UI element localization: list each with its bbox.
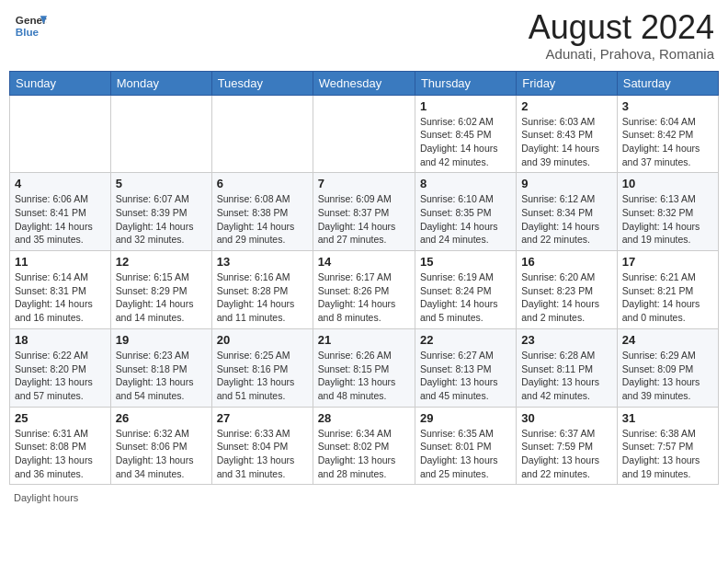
day-info: Sunrise: 6:22 AM Sunset: 8:20 PM Dayligh… — [15, 349, 106, 403]
day-info: Sunrise: 6:19 AM Sunset: 8:24 PM Dayligh… — [420, 270, 511, 325]
day-info: Sunrise: 6:31 AM Sunset: 8:08 PM Dayligh… — [15, 427, 106, 481]
calendar-week-row: 18Sunrise: 6:22 AM Sunset: 8:20 PM Dayli… — [10, 328, 719, 407]
calendar-cell: 8Sunrise: 6:10 AM Sunset: 8:35 PM Daylig… — [415, 173, 516, 251]
month-year-title: August 2024 — [529, 9, 714, 46]
day-number: 30 — [521, 411, 611, 425]
calendar-cell: 21Sunrise: 6:26 AM Sunset: 8:15 PM Dayli… — [313, 328, 415, 407]
calendar-cell: 28Sunrise: 6:34 AM Sunset: 8:02 PM Dayli… — [313, 407, 415, 485]
calendar-cell: 27Sunrise: 6:33 AM Sunset: 8:04 PM Dayli… — [211, 407, 313, 485]
logo: General Blue — [14, 9, 47, 42]
day-number: 14 — [318, 255, 410, 269]
calendar-cell: 14Sunrise: 6:17 AM Sunset: 8:26 PM Dayli… — [313, 251, 415, 329]
day-info: Sunrise: 6:37 AM Sunset: 7:59 PM Dayligh… — [521, 427, 611, 481]
day-number: 20 — [217, 333, 308, 347]
footer: Daylight hours — [9, 492, 719, 503]
day-number: 1 — [420, 99, 511, 113]
calendar-cell: 6Sunrise: 6:08 AM Sunset: 8:38 PM Daylig… — [211, 173, 313, 251]
day-info: Sunrise: 6:21 AM Sunset: 8:21 PM Dayligh… — [622, 270, 713, 325]
calendar-cell: 15Sunrise: 6:19 AM Sunset: 8:24 PM Dayli… — [415, 251, 516, 329]
day-number: 4 — [15, 177, 106, 190]
day-info: Sunrise: 6:08 AM Sunset: 8:38 PM Dayligh… — [217, 192, 308, 247]
day-number: 28 — [318, 411, 410, 425]
calendar-cell: 11Sunrise: 6:14 AM Sunset: 8:31 PM Dayli… — [10, 251, 111, 329]
day-number: 23 — [521, 333, 611, 347]
day-info: Sunrise: 6:06 AM Sunset: 8:41 PM Dayligh… — [15, 192, 106, 247]
calendar-cell: 1Sunrise: 6:02 AM Sunset: 8:45 PM Daylig… — [415, 95, 516, 173]
calendar-cell: 10Sunrise: 6:13 AM Sunset: 8:32 PM Dayli… — [617, 173, 718, 251]
calendar-cell: 13Sunrise: 6:16 AM Sunset: 8:28 PM Dayli… — [211, 251, 313, 329]
day-number: 24 — [622, 333, 713, 347]
calendar-cell: 2Sunrise: 6:03 AM Sunset: 8:43 PM Daylig… — [517, 95, 617, 173]
location-subtitle: Adunati, Prahova, Romania — [529, 46, 714, 62]
calendar-header-row: SundayMondayTuesdayWednesdayThursdayFrid… — [10, 71, 719, 95]
calendar-cell: 20Sunrise: 6:25 AM Sunset: 8:16 PM Dayli… — [211, 328, 313, 407]
calendar-cell — [211, 95, 313, 173]
calendar-cell: 24Sunrise: 6:29 AM Sunset: 8:09 PM Dayli… — [617, 328, 718, 407]
calendar-day-header: Wednesday — [313, 71, 415, 95]
day-info: Sunrise: 6:34 AM Sunset: 8:02 PM Dayligh… — [318, 427, 410, 481]
day-number: 13 — [217, 255, 308, 269]
day-info: Sunrise: 6:09 AM Sunset: 8:37 PM Dayligh… — [318, 192, 410, 247]
day-info: Sunrise: 6:33 AM Sunset: 8:04 PM Dayligh… — [217, 427, 308, 481]
calendar-cell — [313, 95, 415, 173]
day-number: 29 — [420, 411, 511, 425]
calendar-week-row: 4Sunrise: 6:06 AM Sunset: 8:41 PM Daylig… — [10, 173, 719, 251]
title-block: August 2024 Adunati, Prahova, Romania — [529, 9, 714, 62]
calendar-cell: 17Sunrise: 6:21 AM Sunset: 8:21 PM Dayli… — [617, 251, 718, 329]
calendar-day-header: Friday — [517, 71, 617, 95]
day-info: Sunrise: 6:17 AM Sunset: 8:26 PM Dayligh… — [318, 270, 410, 325]
calendar-cell: 31Sunrise: 6:38 AM Sunset: 7:57 PM Dayli… — [617, 407, 718, 485]
calendar-cell: 22Sunrise: 6:27 AM Sunset: 8:13 PM Dayli… — [415, 328, 516, 407]
day-number: 18 — [15, 333, 106, 347]
calendar-week-row: 25Sunrise: 6:31 AM Sunset: 8:08 PM Dayli… — [10, 407, 719, 485]
day-number: 2 — [521, 99, 611, 113]
day-number: 16 — [521, 255, 611, 269]
day-info: Sunrise: 6:13 AM Sunset: 8:32 PM Dayligh… — [622, 192, 713, 247]
day-number: 31 — [622, 411, 713, 425]
day-info: Sunrise: 6:14 AM Sunset: 8:31 PM Dayligh… — [15, 270, 106, 325]
day-number: 8 — [420, 177, 511, 190]
calendar-cell: 16Sunrise: 6:20 AM Sunset: 8:23 PM Dayli… — [517, 251, 617, 329]
day-number: 25 — [15, 411, 106, 425]
day-info: Sunrise: 6:23 AM Sunset: 8:18 PM Dayligh… — [116, 349, 207, 403]
day-number: 7 — [318, 177, 410, 190]
day-info: Sunrise: 6:32 AM Sunset: 8:06 PM Dayligh… — [116, 427, 207, 481]
day-info: Sunrise: 6:12 AM Sunset: 8:34 PM Dayligh… — [521, 192, 611, 247]
calendar-day-header: Saturday — [617, 71, 718, 95]
calendar-cell — [10, 95, 111, 173]
day-number: 17 — [622, 255, 713, 269]
day-info: Sunrise: 6:25 AM Sunset: 8:16 PM Dayligh… — [217, 349, 308, 403]
day-info: Sunrise: 6:26 AM Sunset: 8:15 PM Dayligh… — [318, 349, 410, 403]
calendar-cell: 30Sunrise: 6:37 AM Sunset: 7:59 PM Dayli… — [517, 407, 617, 485]
calendar-day-header: Tuesday — [211, 71, 313, 95]
calendar-cell: 18Sunrise: 6:22 AM Sunset: 8:20 PM Dayli… — [10, 328, 111, 407]
calendar-day-header: Thursday — [415, 71, 516, 95]
day-number: 27 — [217, 411, 308, 425]
calendar-cell: 12Sunrise: 6:15 AM Sunset: 8:29 PM Dayli… — [110, 251, 211, 329]
day-number: 3 — [622, 99, 713, 113]
day-info: Sunrise: 6:28 AM Sunset: 8:11 PM Dayligh… — [521, 349, 611, 403]
calendar-cell: 29Sunrise: 6:35 AM Sunset: 8:01 PM Dayli… — [415, 407, 516, 485]
calendar-cell: 7Sunrise: 6:09 AM Sunset: 8:37 PM Daylig… — [313, 173, 415, 251]
logo-icon: General Blue — [14, 9, 47, 42]
day-number: 15 — [420, 255, 511, 269]
calendar-cell: 19Sunrise: 6:23 AM Sunset: 8:18 PM Dayli… — [110, 328, 211, 407]
calendar-table: SundayMondayTuesdayWednesdayThursdayFrid… — [9, 71, 719, 486]
day-number: 12 — [116, 255, 207, 269]
calendar-cell: 23Sunrise: 6:28 AM Sunset: 8:11 PM Dayli… — [517, 328, 617, 407]
calendar-cell: 26Sunrise: 6:32 AM Sunset: 8:06 PM Dayli… — [110, 407, 211, 485]
day-info: Sunrise: 6:04 AM Sunset: 8:42 PM Dayligh… — [622, 115, 713, 169]
calendar-cell: 5Sunrise: 6:07 AM Sunset: 8:39 PM Daylig… — [110, 173, 211, 251]
day-number: 9 — [521, 177, 611, 190]
calendar-cell: 9Sunrise: 6:12 AM Sunset: 8:34 PM Daylig… — [517, 173, 617, 251]
day-number: 21 — [318, 333, 410, 347]
day-info: Sunrise: 6:38 AM Sunset: 7:57 PM Dayligh… — [622, 427, 713, 481]
day-info: Sunrise: 6:29 AM Sunset: 8:09 PM Dayligh… — [622, 349, 713, 403]
day-info: Sunrise: 6:20 AM Sunset: 8:23 PM Dayligh… — [521, 270, 611, 325]
day-info: Sunrise: 6:02 AM Sunset: 8:45 PM Dayligh… — [420, 115, 511, 169]
day-info: Sunrise: 6:27 AM Sunset: 8:13 PM Dayligh… — [420, 349, 511, 403]
calendar-cell: 25Sunrise: 6:31 AM Sunset: 8:08 PM Dayli… — [10, 407, 111, 485]
day-number: 26 — [116, 411, 207, 425]
calendar-cell: 3Sunrise: 6:04 AM Sunset: 8:42 PM Daylig… — [617, 95, 718, 173]
day-info: Sunrise: 6:16 AM Sunset: 8:28 PM Dayligh… — [217, 270, 308, 325]
